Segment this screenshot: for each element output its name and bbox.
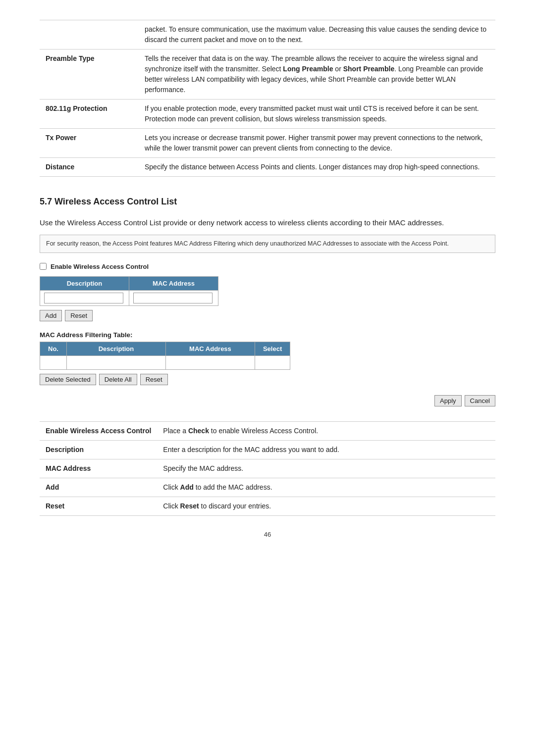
table-row: Enable Wireless Access Control Place a C… xyxy=(40,421,495,440)
row-content: Lets you increase or decrease transmit p… xyxy=(139,129,495,158)
form-col-description: Description xyxy=(40,276,129,290)
row-label: Tx Power xyxy=(40,129,139,158)
reset-form-button[interactable]: Reset xyxy=(65,310,93,321)
col-select: Select xyxy=(255,342,290,355)
table-row: Preamble Type Tells the receiver that da… xyxy=(40,50,495,100)
row-content: If you enable protection mode, every tra… xyxy=(139,100,495,129)
filter-table-heading: MAC Address Filtering Table: xyxy=(40,331,495,339)
delete-selected-button[interactable]: Delete Selected xyxy=(40,374,96,385)
row-label: Add xyxy=(40,478,157,497)
row-label xyxy=(40,20,139,50)
description-input[interactable] xyxy=(44,293,123,303)
section-intro: Use the Wireless Access Control List pro… xyxy=(40,217,495,229)
apply-cancel-row: Apply Cancel xyxy=(40,395,495,406)
row-content: Enter a description for the MAC address … xyxy=(157,440,495,459)
enable-wireless-access-checkbox[interactable] xyxy=(40,263,47,270)
mac-filter-table: No. Description MAC Address Select xyxy=(40,342,290,370)
form-input-row xyxy=(40,290,218,305)
top-info-table: packet. To ensure communication, use the… xyxy=(40,20,495,177)
apply-button[interactable]: Apply xyxy=(434,395,462,406)
row-content: Specify the MAC address. xyxy=(157,459,495,478)
filter-table-empty-row xyxy=(40,355,290,369)
table-row: MAC Address Specify the MAC address. xyxy=(40,459,495,478)
col-description: Description xyxy=(66,342,165,355)
table-row: Description Enter a description for the … xyxy=(40,440,495,459)
add-form-table: Description MAC Address xyxy=(40,276,218,306)
row-content: Specify the distance between Access Poin… xyxy=(139,158,495,177)
row-content: Click Reset to discard your entries. xyxy=(157,497,495,515)
page-number: 46 xyxy=(40,531,495,538)
row-label: Enable Wireless Access Control xyxy=(40,421,157,440)
table-row: Distance Specify the distance between Ac… xyxy=(40,158,495,177)
row-label: Distance xyxy=(40,158,139,177)
row-label: Reset xyxy=(40,497,157,515)
row-label: 802.11g Protection xyxy=(40,100,139,129)
table-row: Add Click Add to add the MAC address. xyxy=(40,478,495,497)
mac-address-input[interactable] xyxy=(133,293,213,303)
row-label: MAC Address xyxy=(40,459,157,478)
description-cell[interactable] xyxy=(40,290,129,305)
col-no: No. xyxy=(40,342,67,355)
row-content: Tells the receiver that data is on the w… xyxy=(139,50,495,100)
table-row: 802.11g Protection If you enable protect… xyxy=(40,100,495,129)
row-content: Place a Check to enable Wireless Access … xyxy=(157,421,495,440)
row-label: Preamble Type xyxy=(40,50,139,100)
filter-table-buttons: Delete Selected Delete All Reset xyxy=(40,374,495,385)
section-heading: 5.7 Wireless Access Control List xyxy=(40,197,495,207)
col-mac-address: MAC Address xyxy=(165,342,255,355)
enable-wireless-access-label: Enable Wireless Access Control xyxy=(51,263,149,270)
row-label: Description xyxy=(40,440,157,459)
cancel-button[interactable]: Cancel xyxy=(465,395,495,406)
delete-all-button[interactable]: Delete All xyxy=(99,374,137,385)
row-content: Click Add to add the MAC address. xyxy=(157,478,495,497)
security-note: For security reason, the Access Point fe… xyxy=(40,235,495,253)
mac-cell[interactable] xyxy=(129,290,218,305)
table-row: packet. To ensure communication, use the… xyxy=(40,20,495,50)
enable-wireless-access-row[interactable]: Enable Wireless Access Control xyxy=(40,263,495,270)
form-col-mac: MAC Address xyxy=(129,276,218,290)
table-row: Tx Power Lets you increase or decrease t… xyxy=(40,129,495,158)
row-content: packet. To ensure communication, use the… xyxy=(139,20,495,50)
table-row: Reset Click Reset to discard your entrie… xyxy=(40,497,495,515)
filter-reset-button[interactable]: Reset xyxy=(140,374,168,385)
add-button[interactable]: Add xyxy=(40,310,62,321)
description-table: Enable Wireless Access Control Place a C… xyxy=(40,421,495,516)
form-buttons: Add Reset xyxy=(40,310,495,321)
